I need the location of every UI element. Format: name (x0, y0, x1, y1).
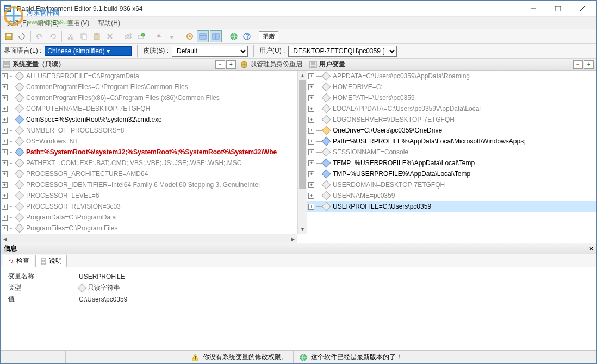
user-vars-tree[interactable]: +APPDATA=C:\Users\pc0359\AppData\Roaming… (307, 71, 596, 243)
scroll-down-icon[interactable]: ▼ (298, 224, 307, 234)
tree-item[interactable]: +Path=%USERPROFILE%\AppData\Local\Micros… (307, 136, 596, 147)
expand-button[interactable]: + (584, 60, 594, 69)
tree-item[interactable]: +HOMEDRIVE=C: (307, 81, 596, 92)
tree-item[interactable]: +PROCESSOR_LEVEL=6 (1, 190, 307, 201)
expand-icon[interactable]: + (308, 182, 314, 188)
expand-icon[interactable]: + (308, 117, 314, 123)
delete-icon[interactable] (104, 30, 116, 42)
tab-check[interactable]: 检查 (3, 255, 34, 267)
scroll-right-icon[interactable]: ▶ (288, 234, 297, 243)
expand-icon[interactable]: + (2, 182, 8, 188)
menu-help[interactable]: 帮助(H) (94, 17, 125, 29)
tree-item[interactable]: +LOGONSERVER=\\DESKTOP-7ETGFQH (307, 114, 596, 125)
expand-icon[interactable]: + (308, 149, 314, 155)
close-button[interactable] (570, 1, 594, 16)
maximize-button[interactable] (545, 1, 570, 16)
expand-icon[interactable]: + (2, 225, 8, 231)
down-icon[interactable] (166, 30, 178, 42)
undo-icon[interactable] (34, 30, 46, 42)
collapse-button[interactable]: − (215, 60, 225, 69)
settings-icon[interactable] (184, 30, 196, 42)
tree-item[interactable]: +OS=Windows_NT (1, 136, 307, 147)
up-icon[interactable] (153, 30, 165, 42)
expand-icon[interactable]: + (2, 160, 8, 166)
view1-icon[interactable] (197, 30, 209, 42)
menu-view[interactable]: 查看(V) (63, 17, 94, 29)
expand-icon[interactable]: + (2, 128, 8, 134)
tab-description[interactable]: 说明 (35, 255, 67, 267)
tree-item[interactable]: +TMP=%USERPROFILE%\AppData\Local\Temp (307, 168, 596, 179)
expand-icon[interactable]: + (2, 204, 8, 210)
scrollbar-horizontal[interactable]: ◀ ▶ (1, 234, 297, 243)
tree-item[interactable]: +NUMBER_OF_PROCESSORS=8 (1, 125, 307, 136)
expand-icon[interactable]: + (308, 106, 314, 112)
info-close-button[interactable]: × (589, 245, 593, 253)
donate-button[interactable]: 捐赠 (259, 31, 278, 41)
tree-item[interactable]: +OneDrive=C:\Users\pc0359\OneDrive (307, 125, 596, 136)
tree-item[interactable]: +PROCESSOR_IDENTIFIER=Intel64 Family 6 M… (1, 179, 307, 190)
tree-item[interactable]: +APPDATA=C:\Users\pc0359\AppData\Roaming (307, 71, 596, 81)
language-select[interactable]: Chinese (simplified) ▾ (45, 46, 132, 56)
expand-icon[interactable]: + (308, 128, 314, 134)
tree-item[interactable]: +TEMP=%USERPROFILE%\AppData\Local\Temp (307, 158, 596, 168)
new-var-icon[interactable]: ab (122, 30, 134, 42)
restart-admin-link[interactable]: 以管理员身份重启 (250, 60, 302, 69)
tree-item[interactable]: +COMPUTERNAME=DESKTOP-7ETGFQH (1, 103, 307, 114)
tree-item[interactable]: +ProgramFiles=C:\Program Files (1, 223, 307, 234)
tree-item[interactable]: +SESSIONNAME=Console (307, 147, 596, 158)
tree-item[interactable]: +Path=%SystemRoot%\system32;%SystemRoot%… (1, 147, 307, 158)
tree-item[interactable]: +CommonProgramFiles(x86)=C:\Program File… (1, 92, 307, 103)
tree-item[interactable]: +USERNAME=pc0359 (307, 190, 596, 201)
tree-item[interactable]: +LOCALAPPDATA=C:\Users\pc0359\AppData\Lo… (307, 103, 596, 114)
expand-icon[interactable]: + (308, 95, 314, 101)
collapse-button[interactable]: − (573, 60, 583, 69)
expand-icon[interactable]: + (308, 204, 314, 210)
copy-icon[interactable] (78, 30, 90, 42)
menu-file[interactable]: 文件(F) (3, 17, 33, 29)
expand-icon[interactable]: + (308, 193, 314, 199)
tree-item[interactable]: +CommonProgramFiles=C:\Program Files\Com… (1, 81, 307, 92)
new-val-icon[interactable] (135, 30, 147, 42)
expand-icon[interactable]: + (308, 139, 314, 145)
expand-button[interactable]: + (226, 60, 236, 69)
expand-icon[interactable]: + (2, 193, 8, 199)
expand-icon[interactable]: + (2, 95, 8, 101)
redo-icon[interactable] (47, 30, 59, 42)
minimize-button[interactable] (521, 1, 545, 16)
tree-item[interactable]: +ProgramData=C:\ProgramData (1, 212, 307, 223)
expand-icon[interactable]: + (2, 106, 8, 112)
tree-item[interactable]: +PATHEXT=.COM;.EXE;.BAT;.CMD;.VBS;.VBE;.… (1, 158, 307, 168)
expand-icon[interactable]: + (2, 139, 8, 145)
expand-icon[interactable]: + (2, 117, 8, 123)
system-vars-tree[interactable]: +ALLUSERSPROFILE=C:\ProgramData+CommonPr… (1, 71, 307, 243)
view2-icon[interactable] (210, 30, 222, 42)
web-icon[interactable] (228, 30, 240, 42)
expand-icon[interactable]: + (308, 160, 314, 166)
refresh-icon[interactable] (16, 30, 28, 42)
expand-icon[interactable]: + (308, 84, 314, 90)
scroll-left-icon[interactable]: ◀ (1, 234, 10, 243)
expand-icon[interactable]: + (2, 215, 8, 221)
tree-item[interactable]: +PROCESSOR_ARCHITECTURE=AMD64 (1, 168, 307, 179)
tree-item[interactable]: +ComSpec=%SystemRoot%\system32\cmd.exe (1, 114, 307, 125)
skin-select[interactable]: Default (172, 46, 248, 57)
expand-icon[interactable]: + (2, 73, 8, 79)
scroll-up-icon[interactable]: ▲ (298, 71, 307, 80)
help-icon[interactable]: ? (241, 30, 253, 42)
tree-item[interactable]: +HOMEPATH=\Users\pc0359 (307, 92, 596, 103)
user-select[interactable]: DESKTOP-7ETGFQH\pc0359 [已 (288, 46, 397, 57)
expand-icon[interactable]: + (308, 171, 314, 177)
menu-edit[interactable]: 编辑(E) (33, 17, 63, 29)
expand-icon[interactable]: + (2, 84, 8, 90)
tree-item[interactable]: +USERPROFILE=C:\Users\pc0359 (307, 201, 596, 212)
tree-item[interactable]: +USERDOMAIN=DESKTOP-7ETGFQH (307, 179, 596, 190)
cut-icon[interactable] (65, 30, 77, 42)
tree-item[interactable]: +PROCESSOR_REVISION=3c03 (1, 201, 307, 212)
paste-icon[interactable] (91, 30, 103, 42)
expand-icon[interactable]: + (2, 171, 8, 177)
scrollbar-thumb[interactable] (299, 80, 306, 189)
scrollbar-vertical[interactable]: ▲ ▼ (297, 71, 307, 234)
expand-icon[interactable]: + (2, 149, 8, 155)
save-icon[interactable] (3, 30, 15, 42)
expand-icon[interactable]: + (308, 73, 314, 79)
